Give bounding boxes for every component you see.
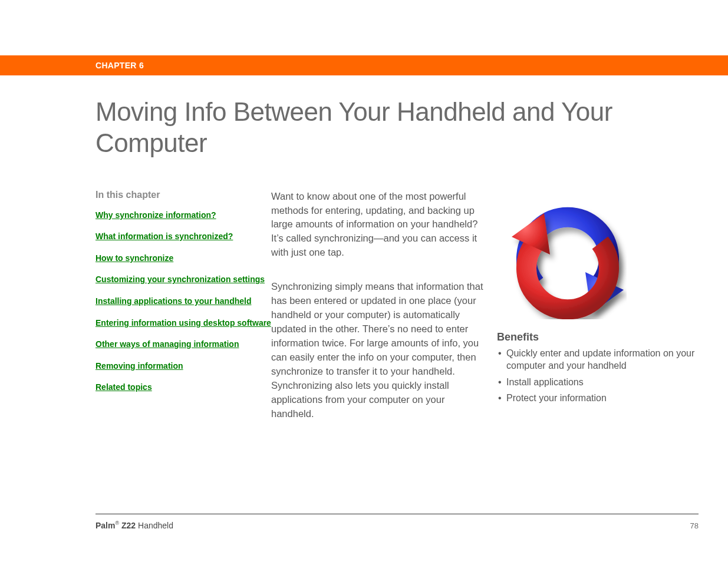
sidebar: In this chapter Why synchronize informat… [95, 190, 271, 441]
toc-item: Why synchronize information? [95, 209, 271, 222]
toc-list: Why synchronize information? What inform… [95, 209, 271, 394]
intro-paragraph-2: Synchronizing simply means that informat… [271, 280, 486, 421]
toc-link-related[interactable]: Related topics [95, 382, 152, 392]
right-column: Benefits Quickly enter and update inform… [486, 190, 699, 441]
toc-link-what-info[interactable]: What information is synchronized? [95, 232, 233, 241]
toc-link-customizing[interactable]: Customizing your synchronization setting… [95, 275, 265, 284]
toc-link-removing[interactable]: Removing information [95, 361, 183, 371]
toc-item: Related topics [95, 381, 271, 394]
toc-link-other-ways[interactable]: Other ways of managing information [95, 339, 239, 349]
intro-paragraph-1: Want to know about one of the most power… [271, 190, 486, 260]
toc-item: Other ways of managing information [95, 338, 271, 351]
benefit-item: Quickly enter and update information on … [497, 347, 699, 372]
footer-reg: ® [115, 520, 119, 526]
toc-item: How to synchronize [95, 252, 271, 265]
page-number: 78 [690, 521, 699, 530]
toc-item: What information is synchronized? [95, 230, 271, 243]
toc-link-how-to-sync[interactable]: How to synchronize [95, 253, 173, 263]
header-bar: CHAPTER 6 [0, 55, 728, 75]
benefit-item: Install applications [497, 376, 699, 389]
footer-product: Palm® Z22 Handheld [95, 520, 173, 530]
footer-model: Z22 [121, 521, 136, 530]
toc-item: Installing applications to your handheld [95, 295, 271, 308]
sidebar-heading: In this chapter [95, 190, 271, 200]
benefit-item: Protect your information [497, 392, 699, 405]
footer-product-type: Handheld [138, 521, 173, 530]
benefits-heading: Benefits [497, 331, 699, 343]
toc-item: Entering information using desktop softw… [95, 316, 271, 329]
toc-item: Customizing your synchronization setting… [95, 273, 271, 286]
footer-brand: Palm [95, 521, 115, 530]
toc-link-entering-info[interactable]: Entering information using desktop softw… [95, 318, 271, 328]
toc-link-why-sync[interactable]: Why synchronize information? [95, 210, 216, 220]
sync-arrows-icon [509, 201, 627, 319]
toc-link-installing-apps[interactable]: Installing applications to your handheld [95, 296, 251, 306]
columns: In this chapter Why synchronize informat… [95, 190, 699, 441]
page-title: Moving Info Between Your Handheld and Yo… [95, 97, 699, 159]
toc-item: Removing information [95, 359, 271, 372]
benefits-list: Quickly enter and update information on … [497, 347, 699, 405]
content-area: Moving Info Between Your Handheld and Yo… [95, 97, 699, 527]
main-text: Want to know about one of the most power… [271, 190, 486, 441]
chapter-label: CHAPTER 6 [95, 61, 144, 70]
footer: Palm® Z22 Handheld 78 [95, 514, 699, 530]
